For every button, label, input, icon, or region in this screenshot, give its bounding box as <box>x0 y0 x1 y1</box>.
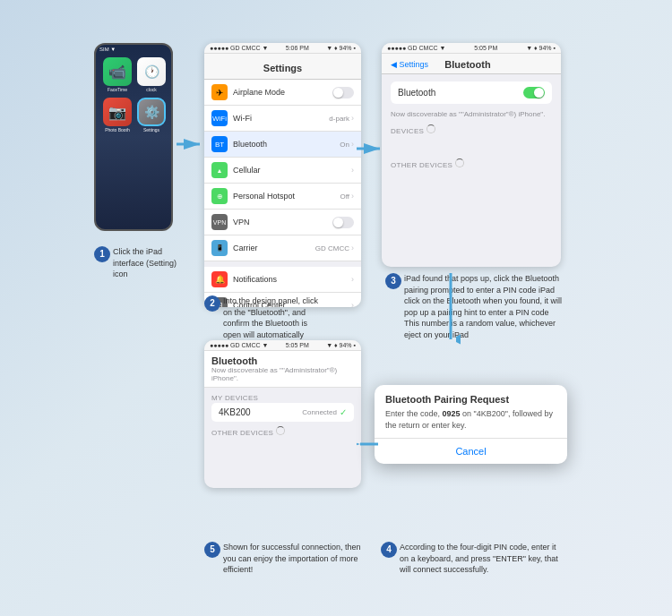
bluetooth-icon: BT <box>211 136 228 152</box>
bt-bottom-status-time: 5:05 PM <box>286 342 309 348</box>
settings-row-hotspot[interactable]: ⊕ Personal Hotspot Off › <box>204 184 361 210</box>
iphone-status: SIM ▼ <box>96 45 171 54</box>
other-spinner-bottom <box>276 426 285 435</box>
airplane-label: Airplane Mode <box>233 88 332 97</box>
step-3-label: 3 iPad found that pops up, click the Blu… <box>385 273 564 341</box>
bt-bottom-desc: Now discoverable as ""Administrator"®) i… <box>211 366 354 382</box>
bluetooth-detail-panel-top: ●●●●● GD CMCC ▼ 5:05 PM ▼ ♦ 94% ▪ ◀ Sett… <box>382 43 561 267</box>
bt-discoverable-text: Now discoverable as ""Administrator"®) i… <box>391 107 552 121</box>
app-photobooth-label: Photo Booth <box>105 127 130 133</box>
bt-header-top: ◀ Settings Bluetooth <box>382 54 561 74</box>
bluetooth-detail-panel-bottom: ●●●●● GD CMCC ▼ 5:05 PM ▼ ♦ 94% ▪ Blueto… <box>204 340 361 488</box>
arrow-bt-to-detail <box>357 139 385 162</box>
bt-status-bar-bottom: ●●●●● GD CMCC ▼ 5:05 PM ▼ ♦ 94% ▪ <box>204 340 361 351</box>
step-5-circle: 5 <box>204 542 220 558</box>
vpn-label: VPN <box>233 218 332 227</box>
airplane-toggle[interactable] <box>332 87 354 98</box>
status-time: 5:06 PM <box>286 45 309 51</box>
step-1-text: Click the iPad interface (Setting) icon <box>113 246 184 280</box>
bt-status-right: ▼ ♦ 94% ▪ <box>526 45 556 51</box>
step-4-text: According to the four-digit PIN code, en… <box>400 542 560 576</box>
iphone-apps-grid: 📹 FaceTime 🕐 clock 📷 Photo Booth ⚙️ Sett… <box>96 54 171 136</box>
wifi-arrow: › <box>351 114 354 123</box>
bt-toggle[interactable] <box>523 87 545 98</box>
app-facetime[interactable]: 📹 <box>103 57 132 86</box>
bluetooth-arrow: › <box>351 140 354 149</box>
step-1-circle: 1 <box>94 246 110 262</box>
bt-other-devices-title: OTHER DEVICES <box>391 155 552 171</box>
connected-checkmark: ✓ <box>340 407 347 417</box>
bt-bottom-status-left: ●●●●● GD CMCC ▼ <box>210 342 268 348</box>
settings-row-wifi[interactable]: WiFi Wi-Fi d-park › <box>204 106 361 132</box>
vpn-icon: VPN <box>211 214 228 230</box>
pairing-title: Bluetooth Pairing Request <box>375 385 567 408</box>
app-clock[interactable]: 🕐 <box>137 57 166 86</box>
other-devices-label-bottom: OTHER DEVICES <box>211 424 354 438</box>
settings-row-cellular[interactable]: ▲ Cellular › <box>204 158 361 184</box>
device-status: Connected <box>302 408 337 416</box>
bt-bottom-header: Bluetooth Now discoverable as ""Administ… <box>204 351 361 388</box>
settings-header: Settings <box>204 54 361 80</box>
step-3-text: iPad found that pops up, click the Bluet… <box>404 273 564 341</box>
step-3-circle: 3 <box>385 273 401 289</box>
arrow-down-bt <box>441 273 461 348</box>
bt-back-button[interactable]: ◀ Settings <box>391 60 428 69</box>
settings-main-panel: ●●●●● GD CMCC ▼ 5:06 PM ▼ ♦ 94% ▪ Settin… <box>204 43 361 307</box>
settings-row-notif[interactable]: 🔔 Notifications › <box>204 267 361 293</box>
bt-title-top: Bluetooth <box>428 59 507 70</box>
carrier-label: Carrier <box>233 244 315 252</box>
arrow-pairing-to-bt <box>357 437 378 455</box>
bt-toggle-row[interactable]: Bluetooth <box>391 81 552 104</box>
wifi-value: d-park <box>329 115 349 123</box>
step-4-circle: 4 <box>381 542 397 558</box>
pairing-cancel-button[interactable]: Cancel <box>375 439 567 464</box>
step-5-label: 5 Shown for successful connection, then … <box>204 542 375 576</box>
app-settings[interactable]: ⚙️ <box>137 98 166 126</box>
hotspot-arrow: › <box>351 192 354 201</box>
step-2-circle: 2 <box>204 295 220 312</box>
step-1-label: 1 Click the iPad interface (Setting) ico… <box>94 246 184 280</box>
bt-bottom-content: MY DEVICES 4KB200 Connected ✓ OTHER DEVI… <box>204 388 361 441</box>
carrier-icon: 📱 <box>211 240 228 256</box>
settings-title: Settings <box>263 63 302 73</box>
bt-content-top: Bluetooth Now discoverable as ""Administ… <box>382 74 561 178</box>
devices-spinner <box>426 124 435 133</box>
my-devices-label: MY DEVICES <box>211 391 354 403</box>
device-row-4kb200[interactable]: 4KB200 Connected ✓ <box>211 403 354 422</box>
other-spinner <box>455 158 464 167</box>
settings-row-vpn[interactable]: VPN VPN <box>204 210 361 235</box>
airplane-icon: ✈ <box>211 84 228 100</box>
wifi-icon: WiFi <box>211 110 228 126</box>
iphone-panel: SIM ▼ 📹 FaceTime 🕐 clock 📷 Photo Booth ⚙… <box>94 43 173 231</box>
step-4-label: 4 According to the four-digit PIN code, … <box>381 542 560 576</box>
bt-devices-title: DEVICES <box>391 121 552 137</box>
settings-status-bar: ●●●●● GD CMCC ▼ 5:06 PM ▼ ♦ 94% ▪ <box>204 43 361 54</box>
bt-bottom-status-right: ▼ ♦ 94% ▪ <box>326 342 356 348</box>
vpn-toggle[interactable] <box>332 217 354 228</box>
pairing-dialog: Bluetooth Pairing Request Enter the code… <box>375 385 567 464</box>
notif-icon: 🔔 <box>211 271 228 287</box>
device-name: 4KB200 <box>219 407 302 417</box>
hotspot-label: Personal Hotspot <box>233 192 340 201</box>
step-5-text: Shown for successful connection, then yo… <box>223 542 375 576</box>
settings-row-airplane[interactable]: ✈ Airplane Mode <box>204 80 361 106</box>
arrow-1-to-2 <box>177 134 205 158</box>
bluetooth-value: On <box>340 141 349 149</box>
bt-toggle-label: Bluetooth <box>398 88 523 98</box>
status-left: ●●●●● GD CMCC ▼ <box>210 45 268 51</box>
status-right: ▼ ♦ 94% ▪ <box>326 45 356 51</box>
carrier-arrow: › <box>351 244 354 252</box>
cellular-label: Cellular <box>233 166 349 175</box>
settings-row-bluetooth[interactable]: BT Bluetooth On › <box>204 132 361 158</box>
hotspot-value: Off <box>340 192 349 201</box>
notif-label: Notifications <box>233 275 349 284</box>
settings-row-carrier[interactable]: 📱 Carrier GD CMCC › <box>204 235 361 261</box>
app-photobooth[interactable]: 📷 <box>103 98 132 126</box>
wifi-label: Wi-Fi <box>233 114 329 123</box>
bt-status-left: ●●●●● GD CMCC ▼ <box>387 45 445 51</box>
carrier-value: GD CMCC <box>315 244 349 252</box>
bluetooth-label: Bluetooth <box>233 140 340 149</box>
pairing-body: Enter the code, 0925 on "4KB200", follow… <box>375 408 567 438</box>
notif-arrow: › <box>351 275 354 284</box>
pairing-code: 0925 <box>443 409 461 418</box>
